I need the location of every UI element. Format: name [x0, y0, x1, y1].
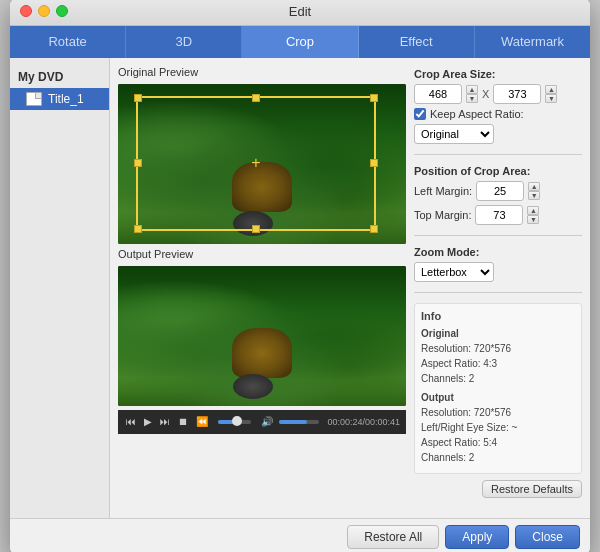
sidebar-title: My DVD [10, 66, 109, 88]
top-margin-up[interactable]: ▲ [527, 206, 539, 215]
info-original-channels: Channels: 2 [421, 371, 575, 386]
bottom-bar: Restore All Apply Close [10, 518, 590, 553]
tab-rotate[interactable]: Rotate [10, 26, 126, 58]
divider-3 [414, 292, 582, 293]
top-margin-spinner: ▲ ▼ [527, 206, 539, 224]
crop-crosshair: + [251, 154, 260, 172]
keep-aspect-row: Keep Aspect Ratio: [414, 108, 582, 120]
width-spinner: ▲ ▼ [466, 85, 478, 103]
output-preview-box [118, 266, 406, 406]
crop-handle-br[interactable] [370, 225, 378, 233]
info-original-aspect: Aspect Ratio: 4:3 [421, 356, 575, 371]
info-output-aspect: Aspect Ratio: 5:4 [421, 435, 575, 450]
info-output-resolution: Resolution: 720*576 [421, 405, 575, 420]
left-margin-up[interactable]: ▲ [528, 182, 540, 191]
top-margin-down[interactable]: ▼ [527, 215, 539, 224]
divider-2 [414, 235, 582, 236]
zoom-mode-section: Zoom Mode: Letterbox Pan & Scan Full [414, 246, 582, 282]
crop-handle-tm[interactable] [252, 94, 260, 102]
crop-area-size-label: Crop Area Size: [414, 68, 582, 80]
tab-crop[interactable]: Crop [242, 26, 358, 58]
keep-aspect-checkbox[interactable] [414, 108, 426, 120]
maximize-button[interactable] [56, 5, 68, 17]
height-up-button[interactable]: ▲ [545, 85, 557, 94]
width-up-button[interactable]: ▲ [466, 85, 478, 94]
crop-handle-bm[interactable] [252, 225, 260, 233]
tab-bar: Rotate 3D Crop Effect Watermark [10, 26, 590, 58]
restore-all-button[interactable]: Restore All [347, 525, 439, 549]
width-down-button[interactable]: ▼ [466, 94, 478, 103]
window-title: Edit [289, 4, 311, 19]
info-original-block: Original Resolution: 720*576 Aspect Rati… [421, 326, 575, 386]
crop-overlay[interactable]: + [136, 96, 376, 231]
left-margin-input[interactable] [476, 181, 524, 201]
controls-bar: ⏮ ▶ ⏭ ⏹ ⏪ 🔊 00:00:24/00:00:41 [118, 410, 406, 434]
info-output-channels: Channels: 2 [421, 450, 575, 465]
info-output-title: Output [421, 390, 575, 405]
file-icon [26, 92, 42, 106]
volume-icon[interactable]: 🔊 [259, 416, 275, 427]
tab-watermark[interactable]: Watermark [475, 26, 590, 58]
zoom-mode-select[interactable]: Letterbox Pan & Scan Full [414, 262, 494, 282]
crop-handle-tl[interactable] [134, 94, 142, 102]
zoom-mode-label: Zoom Mode: [414, 246, 582, 258]
original-preview-label: Original Preview [118, 66, 406, 78]
tab-effect[interactable]: Effect [359, 26, 475, 58]
close-button[interactable] [20, 5, 32, 17]
progress-bar[interactable] [218, 420, 251, 424]
info-section: Info Original Resolution: 720*576 Aspect… [414, 303, 582, 475]
crop-handle-mr[interactable] [370, 159, 378, 167]
top-margin-input[interactable] [475, 205, 523, 225]
crop-size-inputs: ▲ ▼ X ▲ ▼ [414, 84, 582, 104]
restore-defaults-button[interactable]: Restore Defaults [482, 480, 582, 498]
body-area: My DVD Title_1 Original Preview [10, 58, 590, 518]
progress-thumb[interactable] [232, 416, 242, 426]
play-button[interactable]: ▶ [142, 416, 154, 427]
aspect-ratio-select[interactable]: Original 16:9 4:3 1:1 [414, 124, 494, 144]
preview-area: Original Preview + [118, 66, 406, 510]
crop-handle-bl[interactable] [134, 225, 142, 233]
fast-forward-button[interactable]: ⏭ [158, 416, 172, 427]
crop-height-input[interactable] [493, 84, 541, 104]
original-preview-box: + [118, 84, 406, 244]
output-forest-bg [118, 266, 406, 406]
close-button-bottom[interactable]: Close [515, 525, 580, 549]
divider-1 [414, 154, 582, 155]
right-panel: Crop Area Size: ▲ ▼ X ▲ ▼ [414, 66, 582, 510]
apply-button[interactable]: Apply [445, 525, 509, 549]
position-section: Position of Crop Area: Left Margin: ▲ ▼ … [414, 165, 582, 225]
height-spinner: ▲ ▼ [545, 85, 557, 103]
stop-button[interactable]: ⏹ [176, 416, 190, 427]
edit-window: Edit Rotate 3D Crop Effect Watermark My … [10, 0, 590, 552]
position-label: Position of Crop Area: [414, 165, 582, 177]
volume-fill [279, 420, 307, 424]
crop-handle-tr[interactable] [370, 94, 378, 102]
top-margin-label: Top Margin: [414, 209, 471, 221]
info-title: Info [421, 308, 575, 325]
main-content: Original Preview + [110, 58, 590, 518]
info-original-resolution: Resolution: 720*576 [421, 341, 575, 356]
left-margin-down[interactable]: ▼ [528, 191, 540, 200]
top-margin-row: Top Margin: ▲ ▼ [414, 205, 582, 225]
play-back-button[interactable]: ⏮ [124, 416, 138, 427]
sidebar: My DVD Title_1 [10, 58, 110, 518]
titlebar: Edit [10, 0, 590, 26]
height-down-button[interactable]: ▼ [545, 94, 557, 103]
minimize-button[interactable] [38, 5, 50, 17]
crop-area-size-section: Crop Area Size: ▲ ▼ X ▲ ▼ [414, 68, 582, 144]
left-margin-row: Left Margin: ▲ ▼ [414, 181, 582, 201]
info-output-block: Output Resolution: 720*576 Left/Right Ey… [421, 390, 575, 465]
sidebar-item-title1[interactable]: Title_1 [10, 88, 109, 110]
crop-handle-ml[interactable] [134, 159, 142, 167]
traffic-lights [20, 5, 68, 17]
info-original-title: Original [421, 326, 575, 341]
volume-track[interactable] [279, 420, 319, 424]
crop-width-input[interactable] [414, 84, 462, 104]
tab-3d[interactable]: 3D [126, 26, 242, 58]
frame-back-button[interactable]: ⏪ [194, 416, 210, 427]
keep-aspect-label: Keep Aspect Ratio: [430, 108, 524, 120]
info-output-eye: Left/Right Eye Size: ~ [421, 420, 575, 435]
time-display: 00:00:24/00:00:41 [327, 417, 400, 427]
output-preview-label: Output Preview [118, 248, 406, 260]
left-margin-label: Left Margin: [414, 185, 472, 197]
